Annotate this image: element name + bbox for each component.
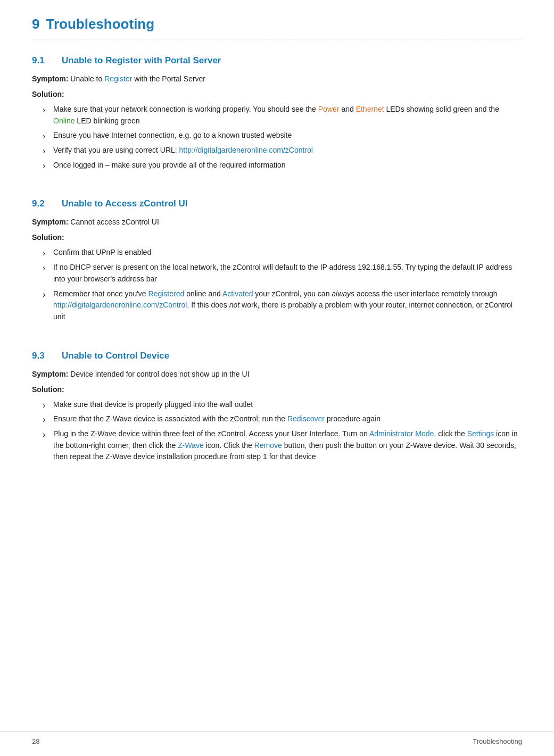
symptom-line: Symptom: Unable to Register with the Por…	[32, 73, 522, 85]
bullet-list: Make sure that your network connection i…	[43, 104, 522, 171]
list-item: Once logged in – make sure you provide a…	[43, 160, 522, 171]
list-item: Plug in the Z-Wave device within three f…	[43, 428, 522, 463]
symptom-line: Symptom: Device intended for control doe…	[32, 369, 522, 380]
section-header-9.1: 9.1Unable to Register with Portal Server	[32, 55, 522, 66]
chapter-header: 9 Troubleshooting	[32, 16, 522, 39]
symptom-label: Symptom:	[32, 218, 68, 226]
inline-link[interactable]: http://digitalgardeneronline.com/zContro…	[179, 146, 313, 154]
inline-link[interactable]: Administrator Mode	[369, 429, 434, 438]
italic-text: not	[229, 301, 239, 309]
list-item: Make sure that your network connection i…	[43, 104, 522, 127]
inline-link[interactable]: Rediscover	[287, 414, 325, 423]
sections-container: 9.1Unable to Register with Portal Server…	[32, 55, 522, 463]
section-title: Unable to Register with Portal Server	[62, 55, 221, 66]
section-number: 9.2	[32, 198, 53, 209]
bullet-list: Confirm that UPnP is enabledIf no DHCP s…	[43, 247, 522, 322]
solution-label: Solution:	[32, 90, 522, 98]
inline-link[interactable]: http://digitalgardeneronline.com/zContro…	[53, 301, 187, 309]
highlight-orange: Power	[318, 105, 340, 113]
symptom-label: Symptom:	[32, 370, 68, 378]
list-item: Confirm that UPnP is enabled	[43, 247, 522, 259]
symptom-line: Symptom: Cannot access zControl UI	[32, 217, 522, 228]
chapter-number: 9	[32, 16, 39, 32]
highlight-green: Online	[53, 117, 75, 125]
footer-page-number: 28	[32, 737, 39, 745]
section-9.1: 9.1Unable to Register with Portal Server…	[32, 55, 522, 171]
solution-label: Solution:	[32, 385, 522, 394]
inline-link[interactable]: Remove	[254, 441, 282, 450]
inline-link[interactable]: Activated	[222, 289, 253, 298]
section-number: 9.3	[32, 351, 53, 361]
symptom-link[interactable]: Register	[104, 74, 132, 83]
section-9.2: 9.2Unable to Access zControl UISymptom: …	[32, 198, 522, 322]
list-item: Remember that once you've Registered onl…	[43, 288, 522, 323]
section-title: Unable to Control Device	[62, 351, 169, 361]
list-item: Verify that you are using correct URL: h…	[43, 145, 522, 156]
section-9.3: 9.3Unable to Control DeviceSymptom: Devi…	[32, 351, 522, 463]
footer-label: Troubleshooting	[473, 737, 522, 745]
section-header-9.2: 9.2Unable to Access zControl UI	[32, 198, 522, 209]
inline-link[interactable]: Z-Wave	[178, 441, 203, 450]
solution-label: Solution:	[32, 233, 522, 242]
list-item: Ensure that the Z-Wave device is associa…	[43, 413, 522, 425]
symptom-label: Symptom:	[32, 74, 68, 83]
list-item: Ensure you have Internet connection, e.g…	[43, 130, 522, 142]
chapter-title: Troubleshooting	[46, 16, 154, 32]
list-item: Make sure that device is properly plugge…	[43, 399, 522, 411]
section-number: 9.1	[32, 55, 53, 66]
italic-text: always	[332, 289, 354, 298]
section-title: Unable to Access zControl UI	[62, 198, 187, 209]
page-footer: 28 Troubleshooting	[0, 732, 554, 745]
bullet-list: Make sure that device is properly plugge…	[43, 399, 522, 463]
inline-link[interactable]: Registered	[148, 289, 185, 298]
inline-link[interactable]: Settings	[467, 429, 494, 438]
section-header-9.3: 9.3Unable to Control Device	[32, 351, 522, 361]
list-item: If no DHCP server is present on the loca…	[43, 262, 522, 285]
highlight-orange: Ethernet	[356, 105, 384, 113]
page-container: 9 Troubleshooting 9.1Unable to Register …	[0, 0, 554, 512]
